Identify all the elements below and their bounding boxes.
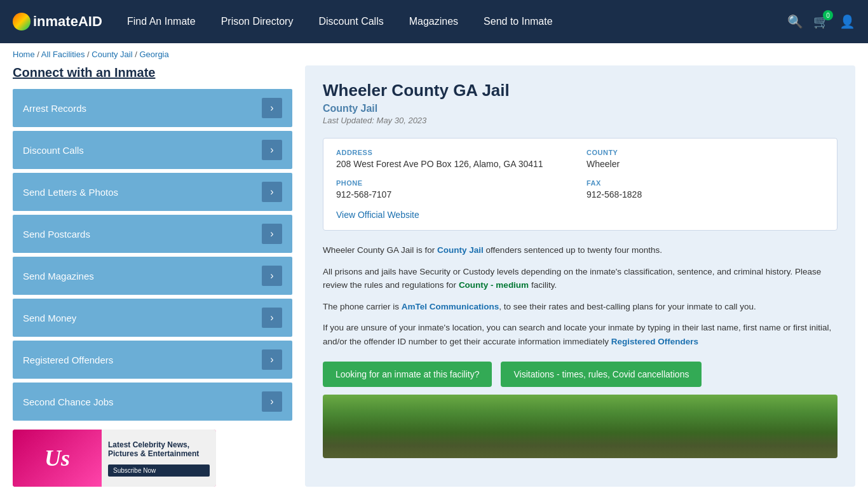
fax-value: 912-568-1828 xyxy=(587,189,824,200)
sidebar-item-arrest-records[interactable]: Arrest Records › xyxy=(13,89,292,127)
arrow-icon: › xyxy=(262,140,282,160)
description-4: If you are unsure of your inmate's locat… xyxy=(323,321,837,348)
breadcrumb: Home / All Facilities / County Jail / Ge… xyxy=(0,43,868,65)
view-website-link[interactable]: View Official Website xyxy=(336,210,419,220)
breadcrumb-all-facilities[interactable]: All Facilities xyxy=(41,50,85,59)
fax-section: FAX 912-568-1828 xyxy=(587,179,824,200)
find-inmate-button[interactable]: Looking for an inmate at this facility? xyxy=(323,362,492,387)
ad-banner[interactable]: Us Latest Celebrity News, Pictures & Ent… xyxy=(13,430,216,487)
sidebar-item-label: Arrest Records xyxy=(23,103,86,114)
arrow-icon: › xyxy=(262,182,282,202)
registered-offenders-link[interactable]: Registered Offenders xyxy=(611,337,698,346)
arrow-icon: › xyxy=(262,98,282,118)
cart-icon[interactable]: 🛒 0 xyxy=(813,14,829,29)
description-3: The phone carrier is AmTel Communication… xyxy=(323,300,837,314)
header-icons: 🔍 🛒 0 👤 xyxy=(787,14,855,29)
facility-type: County Jail xyxy=(323,103,837,114)
arrow-icon: › xyxy=(262,391,282,412)
main-nav: Find An Inmate Prison Directory Discount… xyxy=(127,16,775,27)
breadcrumb-home[interactable]: Home xyxy=(13,50,35,59)
logo-area[interactable]: inmateAID xyxy=(13,13,114,30)
amtel-link[interactable]: AmTel Communications xyxy=(402,302,499,311)
sidebar-item-send-postcards[interactable]: Send Postcards › xyxy=(13,215,292,253)
logo-text: inmateAID xyxy=(33,13,102,30)
visitations-button[interactable]: Visitations - times, rules, Covid cancel… xyxy=(501,362,702,387)
sidebar-item-label: Send Money xyxy=(23,313,76,323)
ad-title: Latest Celebrity News, Pictures & Entert… xyxy=(108,440,210,458)
main-layout: Connect with an Inmate Arrest Records › … xyxy=(0,65,868,488)
arrow-icon: › xyxy=(262,308,282,328)
sidebar-item-discount-calls[interactable]: Discount Calls › xyxy=(13,131,292,169)
site-header: inmateAID Find An Inmate Prison Director… xyxy=(0,0,868,43)
facility-image xyxy=(323,395,837,458)
address-label: ADDRESS xyxy=(336,149,574,156)
action-buttons: Looking for an inmate at this facility? … xyxy=(323,362,837,387)
sidebar-item-send-money[interactable]: Send Money › xyxy=(13,299,292,337)
ad-content: Latest Celebrity News, Pictures & Entert… xyxy=(102,430,216,487)
nav-magazines[interactable]: Magazines xyxy=(409,16,458,27)
sidebar-item-send-letters[interactable]: Send Letters & Photos › xyxy=(13,173,292,211)
phone-section: PHONE 912-568-7107 xyxy=(336,179,574,200)
county-jail-link[interactable]: County Jail xyxy=(437,245,484,255)
sidebar-menu: Arrest Records › Discount Calls › Send L… xyxy=(13,89,292,421)
address-value: 208 West Forest Ave PO Box 126, Alamo, G… xyxy=(336,159,574,169)
sidebar-item-send-magazines[interactable]: Send Magazines › xyxy=(13,257,292,295)
sidebar-item-registered-offenders[interactable]: Registered Offenders › xyxy=(13,341,292,379)
breadcrumb-county-jail[interactable]: County Jail xyxy=(92,50,132,59)
county-section: COUNTY Wheeler xyxy=(587,149,824,169)
sidebar-item-label: Discount Calls xyxy=(23,145,84,156)
user-icon[interactable]: 👤 xyxy=(839,14,855,29)
arrow-icon: › xyxy=(262,349,282,370)
county-value: Wheeler xyxy=(587,159,824,169)
sidebar-item-label: Send Magazines xyxy=(23,271,94,281)
ad-subscribe-button[interactable]: Subscribe Now xyxy=(108,464,210,477)
sidebar-item-second-chance-jobs[interactable]: Second Chance Jobs › xyxy=(13,383,292,421)
description-1: Wheeler County GA Jail is for County Jai… xyxy=(323,243,837,257)
facility-content: Wheeler County GA Jail County Jail Last … xyxy=(305,65,855,487)
fax-label: FAX xyxy=(587,179,824,187)
sidebar-item-label: Send Postcards xyxy=(23,229,90,240)
website-section: View Official Website xyxy=(336,210,824,220)
phone-value: 912-568-7107 xyxy=(336,189,574,200)
phone-label: PHONE xyxy=(336,179,574,187)
sidebar-item-label: Send Letters & Photos xyxy=(23,187,118,198)
county-label: COUNTY xyxy=(587,149,824,156)
breadcrumb-georgia[interactable]: Georgia xyxy=(139,50,168,59)
nav-send-to-inmate[interactable]: Send to Inmate xyxy=(484,16,553,27)
county-medium-link[interactable]: County - medium xyxy=(459,280,529,290)
nav-prison-directory[interactable]: Prison Directory xyxy=(221,16,294,27)
arrow-icon: › xyxy=(262,266,282,286)
description-2: All prisons and jails have Security or C… xyxy=(323,265,837,292)
nav-discount-calls[interactable]: Discount Calls xyxy=(318,16,383,27)
arrow-icon: › xyxy=(262,224,282,244)
sidebar-item-label: Second Chance Jobs xyxy=(23,396,114,407)
search-icon[interactable]: 🔍 xyxy=(787,14,803,29)
nav-find-inmate[interactable]: Find An Inmate xyxy=(127,16,196,27)
facility-info-box: ADDRESS 208 West Forest Ave PO Box 126, … xyxy=(323,138,837,231)
sidebar-title: Connect with an Inmate xyxy=(13,65,292,80)
facility-last-updated: Last Updated: May 30, 2023 xyxy=(323,116,837,125)
sidebar-item-label: Registered Offenders xyxy=(23,355,113,365)
cart-badge: 0 xyxy=(823,10,833,20)
sidebar: Connect with an Inmate Arrest Records › … xyxy=(13,65,292,487)
logo-icon xyxy=(13,13,31,30)
address-section: ADDRESS 208 West Forest Ave PO Box 126, … xyxy=(336,149,574,169)
ad-logo: Us xyxy=(13,430,102,487)
facility-title: Wheeler County GA Jail xyxy=(323,81,837,100)
